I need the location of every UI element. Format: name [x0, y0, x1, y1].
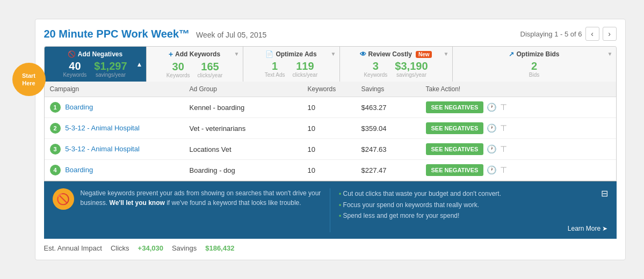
tab-kw-count: 30 Keywords — [167, 61, 190, 78]
cell-campaign: 2 5-3-12 - Animal Hospital — [45, 118, 184, 139]
info-bar-text: Negative keywords prevent your ads from … — [81, 188, 322, 208]
week-label: Week of Jul 05, 2015 — [196, 31, 266, 39]
tab-optimize-bids[interactable]: ↗ Optimize Bids 2 Bids ▼ — [453, 47, 616, 82]
clock-icon[interactable]: 🕐 — [487, 165, 497, 175]
table-row: 3 5-3-12 - Animal Hospital Locations Vet… — [45, 139, 616, 160]
plus-icon: + — [169, 50, 173, 58]
settings-icon[interactable]: ⊤ — [500, 144, 507, 154]
info-bar: 🚫 Negative keywords prevent your ads fro… — [44, 181, 617, 238]
page-title: 20 Minute PPC Work Week™ — [44, 28, 190, 40]
tab-add-keywords-numbers: 30 Keywords 165 clicks/year — [167, 61, 223, 78]
action-icons: 🕐 ⊤ — [487, 102, 507, 112]
cell-adgroup: Kennel - boarding — [184, 97, 302, 118]
est-annual-label: Est. Annual Impact — [44, 244, 102, 252]
up-arrow-icon: ▲ — [136, 61, 143, 68]
tab-num-keywords: 40 Keywords — [63, 60, 86, 78]
cell-keywords: 10 — [302, 160, 356, 181]
table-header-row: Campaign Ad Group Keywords Savings Take … — [45, 82, 616, 97]
dropdown-icon-3: ▼ — [444, 51, 449, 57]
tab-add-keywords-header: + Add Keywords — [169, 50, 220, 58]
tab-optimize-ads-header: 📄 Optimize Ads — [265, 50, 316, 58]
settings-icon[interactable]: ⊤ — [500, 165, 507, 175]
action-icons: 🕐 ⊤ — [487, 144, 507, 154]
cell-adgroup: Locations Vet — [184, 139, 302, 160]
campaign-link[interactable]: 5-3-12 - Animal Hospital — [65, 124, 140, 132]
learn-more-link[interactable]: Learn More ➤ — [339, 225, 608, 232]
table-row: 1 Boarding Kennel - boarding 10 $463.27 … — [45, 97, 616, 118]
see-negatives-button[interactable]: SEE NEGATIVES — [426, 122, 484, 134]
see-negatives-button[interactable]: SEE NEGATIVES — [426, 143, 484, 155]
cell-keywords: 10 — [302, 118, 356, 139]
bullet-item: Cut out clicks that waste your budget an… — [339, 188, 608, 199]
cell-action: SEE NEGATIVES 🕐 ⊤ — [421, 118, 616, 139]
action-icons: 🕐 ⊤ — [487, 165, 507, 175]
tab-optimize-bids-numbers: 2 Bids — [529, 60, 539, 78]
see-negatives-button[interactable]: SEE NEGATIVES — [426, 101, 484, 113]
info-bar-right-inner: ⊟ Cut out clicks that waste your budget … — [339, 188, 608, 221]
clock-icon[interactable]: 🕐 — [487, 102, 497, 112]
cell-campaign: 3 5-3-12 - Animal Hospital — [45, 139, 184, 160]
tab-kw-clicks: 165 clicks/year — [198, 61, 223, 78]
settings-icon[interactable]: ⊤ — [500, 102, 507, 112]
eye-icon: 👁 — [360, 50, 366, 58]
col-campaign: Campaign — [45, 82, 184, 97]
cell-action: SEE NEGATIVES 🕐 ⊤ — [421, 139, 616, 160]
tab-ads-clicks: 119 clicks/year — [293, 60, 318, 78]
tab-add-negatives[interactable]: 🚫 Add Negatives 40 Keywords $1,297 savin… — [45, 47, 147, 82]
cell-adgroup: Vet - veterinarians — [184, 118, 302, 139]
tab-review-costly-numbers: 3 Keywords $3,190 savings/year — [364, 60, 428, 78]
cell-action: SEE NEGATIVES 🕐 ⊤ — [421, 97, 616, 118]
tab-num-savings: $1,297 savings/year — [94, 60, 127, 78]
data-table-wrapper: Campaign Ad Group Keywords Savings Take … — [44, 82, 617, 181]
tab-bids-count: 2 Bids — [529, 60, 539, 78]
table-row: 2 5-3-12 - Animal Hospital Vet - veterin… — [45, 118, 616, 139]
col-adgroup: Ad Group — [184, 82, 302, 97]
campaign-link[interactable]: Boarding — [65, 103, 93, 111]
tab-rc-keywords: 3 Keywords — [364, 60, 387, 78]
negative-icon: 🚫 — [53, 188, 74, 210]
nav-prev-button[interactable]: ‹ — [585, 27, 599, 41]
tab-add-negatives-numbers: 40 Keywords $1,297 savings/year — [63, 60, 127, 78]
header: 20 Minute PPC Work Week™ Week of Jul 05,… — [44, 27, 617, 41]
tab-add-keywords[interactable]: + Add Keywords 30 Keywords 165 clicks/ye… — [147, 47, 243, 82]
tab-add-negatives-header: 🚫 Add Negatives — [68, 50, 122, 58]
tab-optimize-ads[interactable]: 📄 Optimize Ads 1 Text Ads 119 clicks/yea… — [243, 47, 340, 82]
cell-savings: $227.47 — [356, 160, 421, 181]
cell-savings: $359.04 — [356, 118, 421, 139]
col-action: Take Action! — [421, 82, 616, 97]
action-icons: 🕐 ⊤ — [487, 123, 507, 133]
col-keywords: Keywords — [302, 82, 356, 97]
campaign-link[interactable]: Boarding — [65, 166, 93, 174]
start-here-badge: Start Here — [12, 63, 46, 96]
dropdown-icon-4: ▼ — [607, 51, 613, 57]
cell-campaign: 4 Boarding — [45, 160, 184, 181]
clock-icon[interactable]: 🕐 — [487, 144, 497, 154]
footer: Est. Annual Impact Clicks +34,030 Saving… — [44, 239, 617, 252]
clicks-label: Clicks — [111, 244, 129, 252]
take-action-cell: SEE NEGATIVES 🕐 ⊤ — [426, 101, 611, 113]
settings-icon[interactable]: ⊤ — [500, 123, 507, 133]
take-action-cell: SEE NEGATIVES 🕐 ⊤ — [426, 122, 611, 134]
nav-next-button[interactable]: › — [603, 27, 617, 41]
tab-review-costly[interactable]: 👁 Review Costly New 3 Keywords $3,190 sa… — [340, 47, 453, 82]
row-number: 4 — [50, 165, 61, 175]
tab-rc-savings: $3,190 savings/year — [395, 60, 428, 78]
clicks-value: +34,030 — [138, 244, 163, 252]
ban-icon: 🚫 — [68, 50, 76, 58]
campaign-link[interactable]: 5-3-12 - Animal Hospital — [65, 145, 140, 153]
cell-savings: $247.63 — [356, 139, 421, 160]
displaying-text: Displaying 1 - 5 of 6 — [520, 30, 582, 38]
savings-label: Savings — [172, 244, 197, 252]
table-row: 4 Boarding Boarding - dog 10 $227.47 SEE… — [45, 160, 616, 181]
see-negatives-button[interactable]: SEE NEGATIVES — [426, 164, 484, 176]
bullet-list: Cut out clicks that waste your budget an… — [339, 188, 608, 221]
col-savings: Savings — [356, 82, 421, 97]
tab-ads-count: 1 Text Ads — [265, 60, 285, 78]
cell-adgroup: Boarding - dog — [184, 160, 302, 181]
cell-keywords: 10 — [302, 97, 356, 118]
tab-optimize-bids-header: ↗ Optimize Bids — [509, 50, 559, 58]
clock-icon[interactable]: 🕐 — [487, 123, 497, 133]
cell-keywords: 10 — [302, 139, 356, 160]
chart-icon: ↗ — [509, 50, 514, 58]
take-action-cell: SEE NEGATIVES 🕐 ⊤ — [426, 143, 611, 155]
